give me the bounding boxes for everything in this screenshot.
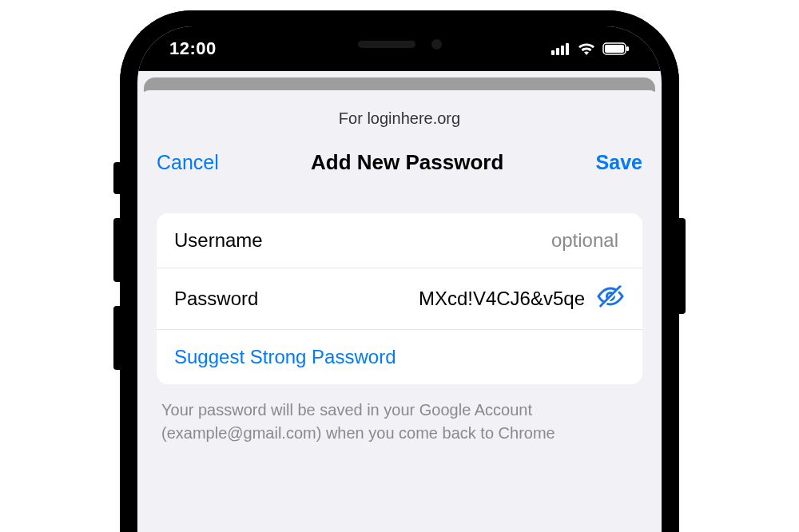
sheet-subtitle: For loginhere.org (157, 109, 642, 128)
svg-rect-2 (561, 46, 564, 55)
form-card: Username Password (157, 213, 642, 384)
toggle-visibility-button[interactable] (596, 284, 625, 313)
username-row: Username (157, 213, 642, 268)
phone-screen: 12:00 (137, 26, 662, 532)
notch (300, 26, 499, 62)
svg-rect-3 (566, 43, 569, 55)
side-buttons-left (113, 162, 120, 394)
sheet-title: Add New Password (311, 150, 503, 175)
wifi-icon (577, 42, 596, 56)
suggest-password-button[interactable]: Suggest Strong Password (157, 330, 642, 384)
svg-rect-0 (551, 50, 555, 55)
speaker (358, 41, 415, 48)
suggest-password-label: Suggest Strong Password (174, 346, 396, 368)
sheet-header: Cancel Add New Password Save (157, 150, 642, 175)
modal-sheet: For loginhere.org Cancel Add New Passwor… (137, 90, 662, 445)
cellular-icon (551, 42, 570, 55)
status-time: 12:00 (169, 38, 217, 59)
svg-rect-6 (626, 46, 629, 51)
password-label: Password (174, 288, 258, 310)
save-button[interactable]: Save (596, 151, 642, 174)
eye-off-icon (596, 284, 625, 313)
username-input[interactable] (263, 229, 625, 252)
password-row: Password (157, 268, 642, 330)
front-camera (431, 39, 442, 50)
svg-rect-1 (556, 48, 559, 55)
side-buttons-right (679, 218, 686, 314)
battery-icon (602, 42, 630, 55)
footer-text: Your password will be saved in your Goog… (157, 384, 642, 445)
username-label: Username (174, 229, 263, 252)
status-indicators (551, 42, 630, 56)
svg-rect-5 (605, 45, 624, 53)
cancel-button[interactable]: Cancel (157, 151, 219, 174)
phone-frame: 12:00 (120, 10, 679, 532)
password-input[interactable] (258, 288, 591, 310)
